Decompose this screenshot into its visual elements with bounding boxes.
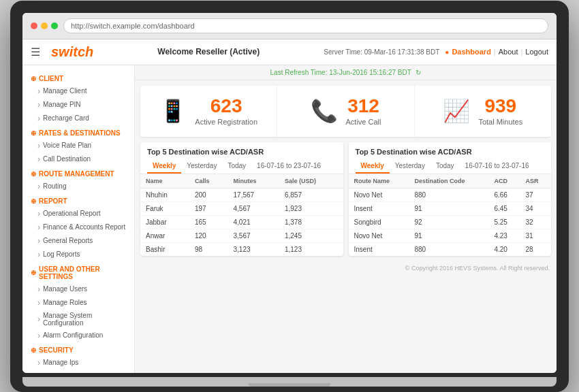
table-panel-2: Top 5 Destination wise ACD/ASR Weekly Ye…	[349, 142, 552, 256]
hamburger-icon[interactable]: ☰	[31, 46, 40, 59]
maximize-dot[interactable]	[51, 22, 58, 29]
table1-data: Name Calls Minutes Sale (USD) Nhuhin2001…	[140, 174, 343, 256]
sidebar-section-route: ⊕ ROUTE MANAGEMENT	[22, 166, 134, 180]
route-section-icon: ⊕	[31, 170, 36, 178]
sidebar: ⊕ CLIENT Manage Client Manage PIN Rechar…	[22, 65, 135, 373]
client-section-icon: ⊕	[31, 75, 36, 82]
rates-section-label: RATES & DESTINATIONS	[39, 129, 121, 137]
report-section-icon: ⊕	[31, 197, 36, 205]
sidebar-section-rates: ⊕ RATES & DESTINATIONS	[22, 125, 134, 139]
table2-col-dest: Destination Code	[409, 174, 488, 189]
chart-icon: 📈	[443, 98, 470, 124]
sep2: |	[520, 48, 522, 56]
server-time-value: 09-Mar-16 17:31:38 BDT	[364, 48, 440, 56]
nav-logout[interactable]: Logout	[525, 48, 548, 56]
url-bar[interactable]: http://switch.example.com/dashboard	[63, 18, 548, 33]
welcome-text: Welcome Reseller (Active)	[157, 47, 260, 56]
stat-number-minutes: 939	[478, 97, 522, 116]
stat-info-call: 312 Active Call	[346, 97, 381, 126]
table2-tab-today[interactable]: Today	[431, 159, 460, 174]
table2-data: Route Name Destination Code ACD ASR Novo…	[349, 174, 552, 256]
sidebar-section-report: ⊕ REPORT	[22, 193, 134, 207]
sidebar-section-security: ⊕ SECURITY	[22, 342, 134, 356]
phone-icon: 📱	[159, 98, 187, 124]
table-row: Anwar1203,5671,245	[140, 229, 343, 242]
security-section-icon: ⊕	[31, 346, 36, 354]
stat-label-registration: Active Registration	[195, 118, 257, 126]
table-row: Songbird925.2532	[349, 215, 552, 229]
table-row: Faruk1974,5671,923	[140, 201, 343, 215]
call-icon: 📞	[311, 98, 338, 124]
stat-card-call: 📞 312 Active Call	[277, 86, 414, 137]
refresh-text: Last Refresh Time: 13-Jun-2016 15:16:27 …	[270, 69, 411, 76]
table-row: Jabbar1654,0211,378	[140, 215, 343, 229]
security-section-label: SECURITY	[39, 346, 74, 354]
minimize-dot[interactable]	[41, 22, 48, 29]
server-time: Server Time: 09-Mar-16 17:31:38 BDT	[324, 48, 439, 56]
nav-dashboard[interactable]: Dashboard	[452, 48, 490, 56]
table2-tabs: Weekly Yesterday Today 16-07-16 to 23-07…	[349, 159, 552, 174]
table1-title: Top 5 Destination wise ACD/ASR	[140, 142, 343, 159]
tables-row: Top 5 Destination wise ACD/ASR Weekly Ye…	[140, 142, 551, 256]
refresh-icon[interactable]: ↻	[416, 69, 421, 76]
table-panel-1: Top 5 Destination wise ACD/ASR Weekly Ye…	[140, 142, 343, 256]
sidebar-item-manage-users[interactable]: Manage Users	[22, 282, 134, 296]
table-row: Insent8804.2028	[349, 242, 552, 256]
logo-text: switch	[51, 44, 93, 59]
table2-tab-weekly[interactable]: Weekly	[356, 159, 390, 174]
route-section-label: ROUTE MANAGEMENT	[39, 170, 114, 178]
table1-col-minutes: Minutes	[228, 174, 279, 189]
table1-tab-today[interactable]: Today	[222, 159, 251, 174]
logo: switch	[51, 44, 93, 60]
nav-right: Server Time: 09-Mar-16 17:31:38 BDT ● Da…	[324, 48, 548, 56]
logo-area: ☰ switch	[31, 44, 93, 60]
refresh-bar: Last Refresh Time: 13-Jun-2016 15:16:27 …	[135, 65, 557, 80]
sidebar-item-finance[interactable]: Finance & Accounts Report	[22, 220, 134, 234]
top-nav: ☰ switch Welcome Reseller (Active) Serve…	[22, 39, 557, 65]
stat-label-minutes: Total Minutes	[478, 118, 522, 126]
table2-col-acd: ACD	[488, 174, 520, 189]
nav-about[interactable]: About	[499, 48, 518, 56]
sidebar-item-manage-ips[interactable]: Manage Ips	[22, 356, 134, 370]
table1-tab-yesterday[interactable]: Yesterday	[181, 159, 222, 174]
table1-tabs: Weekly Yesterday Today 16-07-16 to 23-07…	[140, 159, 343, 174]
close-dot[interactable]	[31, 22, 37, 29]
footer: © Copyright 2016 HEVS Systems. All Right…	[135, 261, 557, 275]
stat-number-registration: 623	[195, 97, 257, 116]
sidebar-item-recharge-card[interactable]: Recharge Card	[22, 112, 134, 125]
table2-tab-daterange[interactable]: 16-07-16 to 23-07-16	[460, 159, 535, 174]
sidebar-item-general[interactable]: General Reports	[22, 234, 134, 248]
url-text: http://switch.example.com/dashboard	[71, 22, 195, 30]
sidebar-item-routing[interactable]: Routing	[22, 180, 134, 193]
table-row: Nhuhin20017,5676,857	[140, 188, 343, 201]
client-section-label: CLIENT	[39, 75, 63, 82]
browser-dots	[31, 22, 58, 29]
stats-row: 📱 623 Active Registration 📞 312 Active C…	[140, 86, 551, 137]
table2-tab-yesterday[interactable]: Yesterday	[390, 159, 431, 174]
sidebar-item-manage-pin[interactable]: Manage PIN	[22, 98, 134, 112]
sidebar-section-client: ⊕ CLIENT	[22, 71, 134, 84]
sidebar-item-log[interactable]: Log Reports	[22, 248, 134, 261]
table2-col-route: Route Name	[349, 174, 409, 189]
sidebar-item-alarm[interactable]: Alarm Configuration	[22, 329, 134, 342]
rates-section-icon: ⊕	[31, 129, 36, 137]
sidebar-item-system-config[interactable]: Manage System Configuration	[22, 310, 134, 329]
sidebar-item-manage-client[interactable]: Manage Client	[22, 84, 134, 98]
sidebar-item-voice-rate[interactable]: Voice Rate Plan	[22, 139, 134, 152]
table-row: Bashir983,1231,123	[140, 242, 343, 256]
content-area: Last Refresh Time: 13-Jun-2016 15:16:27 …	[135, 65, 557, 373]
stat-info-registration: 623 Active Registration	[195, 97, 257, 126]
user-section-icon: ⊕	[31, 269, 36, 276]
table-row: Novo Net8806.6637	[349, 188, 552, 201]
sidebar-item-call-dest[interactable]: Call Destination	[22, 152, 134, 166]
sidebar-item-operational[interactable]: Operational Report	[22, 207, 134, 220]
user-section-label: USER AND OTHER SETTINGS	[39, 265, 126, 280]
sidebar-item-manage-roles[interactable]: Manage Roles	[22, 296, 134, 310]
table1-col-calls: Calls	[189, 174, 228, 189]
nav-links: ● Dashboard | About | Logout	[445, 48, 548, 56]
stat-label-call: Active Call	[346, 118, 381, 126]
table1-tab-weekly[interactable]: Weekly	[147, 159, 181, 174]
table2-title: Top 5 Destination wise ACD/ASR	[349, 142, 552, 159]
browser-bar: http://switch.example.com/dashboard	[22, 13, 557, 39]
table1-tab-daterange[interactable]: 16-07-16 to 23-07-16	[251, 159, 326, 174]
